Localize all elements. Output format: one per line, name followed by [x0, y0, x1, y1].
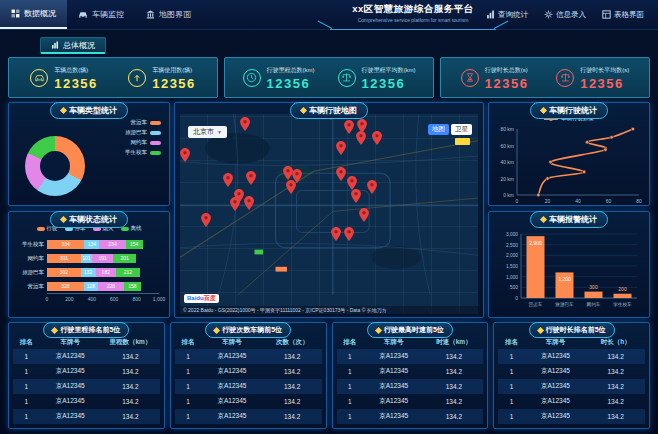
map-pin[interactable]: [331, 227, 341, 241]
svg-text:学生校车: 学生校车: [613, 302, 632, 307]
table-cell: 1: [13, 398, 39, 405]
panel-icon: [375, 326, 382, 333]
menu-item-1[interactable]: 信息录入: [544, 10, 586, 20]
map-pin[interactable]: [367, 180, 377, 194]
map-pin[interactable]: [283, 166, 293, 180]
stacked-bar: 301101191201: [47, 254, 136, 263]
table-row: 1京A12345134.2: [13, 409, 160, 424]
map-pin[interactable]: [356, 131, 366, 145]
table-cell: 134.2: [586, 368, 645, 375]
panel-icon: [51, 326, 58, 333]
table-cell: 134.2: [101, 383, 160, 390]
driving-map[interactable]: 北京市 ▼ 地图卫星 Baidu百度 © 2022 Baidu - GS(202…: [180, 114, 478, 314]
menu-item-label: 表格界面: [614, 10, 644, 20]
table-cell: 1: [498, 368, 524, 375]
map-control-0[interactable]: 地图: [428, 124, 449, 135]
legend-label: 学生校车: [125, 149, 147, 156]
bar-segment: 328: [47, 282, 84, 291]
svg-text:500: 500: [510, 285, 518, 290]
map-pin[interactable]: [201, 213, 211, 227]
vehicle-map-title: 车辆行驶地图: [290, 102, 368, 119]
map-pin[interactable]: [286, 180, 296, 194]
overview-button[interactable]: 总体概况: [40, 37, 106, 54]
top-header: 数据概况车辆监控地图界面 xx区智慧旅游综合服务平台 Comprehensive…: [0, 0, 658, 30]
table-cell: 京A12345: [363, 397, 425, 406]
svg-text:20: 20: [545, 198, 551, 204]
table-cell: 1: [498, 413, 524, 420]
map-pin[interactable]: [230, 197, 240, 211]
map-pin[interactable]: [246, 171, 256, 185]
table-row: 1京A12345134.2: [498, 364, 645, 379]
map-pin[interactable]: [180, 148, 190, 162]
table-cell: 1: [337, 413, 363, 420]
svg-text:2,900: 2,900: [529, 240, 542, 246]
table-cell: 京A12345: [201, 397, 263, 406]
legend-item[interactable]: 学生校车: [125, 149, 161, 156]
map-pin[interactable]: [240, 117, 250, 131]
map-pin[interactable]: [244, 196, 254, 210]
svg-text:60: 60: [606, 198, 612, 204]
kpi-label: 行驶里程总数(km): [267, 66, 315, 75]
table-cell: 1: [175, 368, 201, 375]
stacked-bar: 328128228158: [47, 282, 141, 291]
map-control-badge[interactable]: [455, 138, 470, 145]
table-cell: 1: [337, 353, 363, 360]
kpi-label: 车辆总数(辆): [54, 66, 98, 75]
legend-swatch: [150, 131, 161, 135]
map-pin[interactable]: [223, 173, 233, 187]
main-row: 车辆类型统计 营运车旅游巴车网约车学生校车 车辆状态统计 行驶停车熄火离线学生校…: [8, 102, 650, 318]
kpi-text: 车辆使用数(辆)12356: [152, 66, 196, 90]
kpi-value: 12356: [362, 77, 416, 90]
kpi-text: 行驶时长总数(s)12356: [485, 66, 529, 90]
dashboard-root: 数据概况车辆监控地图界面 xx区智慧旅游综合服务平台 Comprehensive…: [0, 0, 658, 434]
title-text: 行驶次数车辆前5位: [222, 325, 282, 335]
panel-icon: [540, 216, 547, 223]
table-cell: 京A12345: [363, 412, 425, 421]
ranking-table: 排名车牌号时速（km）1京A12345134.21京A12345134.21京A…: [337, 336, 484, 426]
category-label: 学生校车: [17, 241, 47, 248]
map-pin[interactable]: [372, 131, 382, 145]
legend-item[interactable]: 网约车: [131, 139, 162, 146]
menu-item-label: 查询统计: [498, 10, 528, 20]
table-cell: 京A12345: [39, 382, 101, 391]
city-selector[interactable]: 北京市 ▼: [188, 126, 227, 138]
header-tab-1[interactable]: 车辆监控: [67, 0, 135, 29]
table-cell: 134.2: [586, 413, 645, 420]
table-cell: 134.2: [101, 353, 160, 360]
legend-label: 营运车: [131, 119, 148, 126]
kpi-value: 12356: [267, 77, 315, 90]
menu-item-2[interactable]: 表格界面: [602, 10, 644, 20]
bar-segment: 228: [98, 282, 124, 291]
map-pin[interactable]: [336, 167, 346, 181]
map-pin[interactable]: [351, 189, 361, 203]
table-cell: 1: [337, 368, 363, 375]
map-control-1[interactable]: 卫星: [451, 124, 472, 135]
kpi-item: 行驶时长总数(s)12356: [461, 66, 529, 90]
map-pin[interactable]: [336, 141, 346, 155]
table-cell: 134.2: [425, 368, 484, 375]
alarm-stats-panel: 车辆报警统计 05001,0001,5002,0002,5003,0002,90…: [488, 211, 650, 318]
vehicle-type-donut-chart: [25, 136, 85, 196]
legend-item[interactable]: 旅游巴车: [125, 129, 161, 136]
kpi-item: 车辆总数(辆)12356: [30, 66, 98, 90]
map-pin[interactable]: [344, 227, 354, 241]
kpi-label: 行驶时长总数(s): [485, 66, 529, 75]
legend-item[interactable]: 营运车: [131, 119, 162, 126]
header-tab-0[interactable]: 数据概况: [0, 0, 67, 29]
ranking-table-title: 行驶里程排名前5位: [43, 322, 129, 338]
map-pin[interactable]: [359, 208, 369, 222]
table-cell: 134.2: [263, 398, 322, 405]
svg-text:3,000: 3,000: [506, 232, 518, 237]
svg-text:0: 0: [516, 198, 519, 204]
gear-icon: [544, 10, 553, 19]
map-pin[interactable]: [344, 120, 354, 134]
kpi-item: 行驶里程平均数(km)12356: [338, 66, 416, 90]
table-icon: [602, 10, 611, 19]
table-cell: 134.2: [263, 413, 322, 420]
title-text: 行驶里程排名前5位: [60, 325, 120, 335]
header-tab-2[interactable]: 地图界面: [135, 0, 202, 29]
table-row: 1京A12345134.2: [337, 364, 484, 379]
table-cell: 京A12345: [363, 367, 425, 376]
table-row: 1京A12345134.2: [13, 364, 160, 379]
bar-segment: 134: [84, 240, 99, 249]
